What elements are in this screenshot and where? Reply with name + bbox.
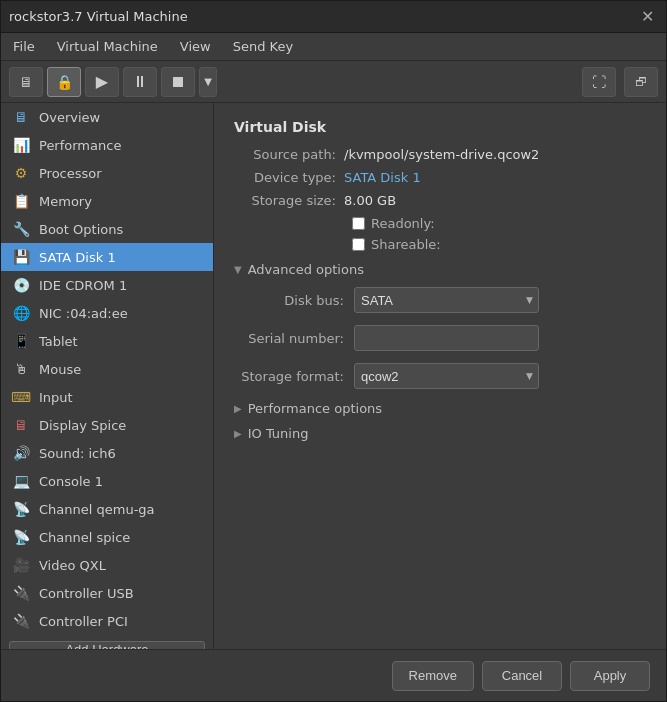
sidebar-label-overview: Overview: [39, 110, 100, 125]
sidebar-label-ide-cdrom-1: IDE CDROM 1: [39, 278, 127, 293]
sidebar-item-channel-qemu-ga[interactable]: 📡 Channel qemu-ga: [1, 495, 213, 523]
readonly-checkbox[interactable]: [352, 217, 365, 230]
sidebar-label-performance: Performance: [39, 138, 121, 153]
sidebar-item-tablet[interactable]: 📱 Tablet: [1, 327, 213, 355]
device-type-row: Device type: SATA Disk 1: [234, 170, 646, 185]
sidebar-label-channel-spice: Channel spice: [39, 530, 130, 545]
cancel-button[interactable]: Cancel: [482, 661, 562, 691]
sound-icon: 🔊: [11, 443, 31, 463]
sidebar: 🖥 Overview 📊 Performance ⚙ Processor 📋 M…: [1, 103, 214, 649]
menu-view[interactable]: View: [174, 37, 217, 56]
storage-format-select[interactable]: qcow2 raw vmdk: [354, 363, 539, 389]
add-hardware-button[interactable]: Add Hardware: [9, 641, 205, 649]
stop-icon: ⏹: [170, 72, 186, 91]
toolbar-play-button[interactable]: ▶: [85, 67, 119, 97]
toolbar-monitor-button[interactable]: 🖥: [9, 67, 43, 97]
video-qxl-icon: 🎥: [11, 555, 31, 575]
sidebar-label-controller-usb: Controller USB: [39, 586, 134, 601]
pause-icon: ⏸: [132, 72, 148, 91]
sidebar-label-controller-pci: Controller PCI: [39, 614, 128, 629]
console-icon: 💻: [11, 471, 31, 491]
sidebar-item-sound-ich6[interactable]: 🔊 Sound: ich6: [1, 439, 213, 467]
sidebar-item-nic[interactable]: 🌐 NIC :04:ad:ee: [1, 299, 213, 327]
sidebar-item-performance[interactable]: 📊 Performance: [1, 131, 213, 159]
io-tuning-section: ▶ IO Tuning: [234, 426, 646, 441]
menu-send-key[interactable]: Send Key: [227, 37, 299, 56]
disk-bus-label: Disk bus:: [234, 293, 354, 308]
sidebar-label-tablet: Tablet: [39, 334, 78, 349]
readonly-label-text: Readonly:: [371, 216, 435, 231]
footer: Remove Cancel Apply: [1, 649, 666, 701]
menu-virtual-machine[interactable]: Virtual Machine: [51, 37, 164, 56]
chevron-down-icon: ▼: [204, 76, 212, 87]
disk-bus-select[interactable]: SATA IDE VirtIO USB SD: [354, 287, 539, 313]
performance-options-section: ▶ Performance options: [234, 401, 646, 416]
serial-number-input[interactable]: [354, 325, 539, 351]
sidebar-label-nic: NIC :04:ad:ee: [39, 306, 128, 321]
io-tuning-header[interactable]: ▶ IO Tuning: [234, 426, 646, 441]
toolbar-pause-button[interactable]: ⏸: [123, 67, 157, 97]
overview-icon: 🖥: [11, 107, 31, 127]
fullscreen-icon: ⛶: [592, 74, 606, 90]
sidebar-item-sata-disk-1[interactable]: 💾 SATA Disk 1: [1, 243, 213, 271]
shareable-checkbox[interactable]: [352, 238, 365, 251]
play-icon: ▶: [96, 72, 108, 91]
toolbar-lock-button[interactable]: 🔒: [47, 67, 81, 97]
sidebar-label-display-spice: Display Spice: [39, 418, 126, 433]
sidebar-item-ide-cdrom-1[interactable]: 💿 IDE CDROM 1: [1, 271, 213, 299]
toolbar-stop-button[interactable]: ⏹: [161, 67, 195, 97]
sidebar-items: 🖥 Overview 📊 Performance ⚙ Processor 📋 M…: [1, 103, 213, 635]
nic-icon: 🌐: [11, 303, 31, 323]
device-type-label: Device type:: [234, 170, 344, 185]
advanced-options-label: Advanced options: [248, 262, 364, 277]
detail-title: Virtual Disk: [234, 119, 646, 135]
sidebar-item-overview[interactable]: 🖥 Overview: [1, 103, 213, 131]
disk-bus-row: Disk bus: SATA IDE VirtIO USB SD: [234, 287, 646, 313]
window-title: rockstor3.7 Virtual Machine: [9, 9, 188, 24]
sidebar-label-sata-disk-1: SATA Disk 1: [39, 250, 116, 265]
storage-format-label: Storage format:: [234, 369, 354, 384]
sidebar-item-display-spice[interactable]: 🖥 Display Spice: [1, 411, 213, 439]
sidebar-label-input: Input: [39, 390, 73, 405]
device-type-value[interactable]: SATA Disk 1: [344, 170, 421, 185]
advanced-options-header[interactable]: ▼ Advanced options: [234, 262, 646, 277]
close-button[interactable]: ✕: [637, 7, 658, 26]
readonly-row: Readonly:: [234, 216, 646, 231]
source-path-value: /kvmpool/system-drive.qcow2: [344, 147, 539, 162]
channel-spice-icon: 📡: [11, 527, 31, 547]
serial-number-label: Serial number:: [234, 331, 354, 346]
sidebar-label-console-1: Console 1: [39, 474, 103, 489]
sidebar-label-boot-options: Boot Options: [39, 222, 123, 237]
sidebar-label-video-qxl: Video QXL: [39, 558, 106, 573]
apply-button[interactable]: Apply: [570, 661, 650, 691]
advanced-options-arrow: ▼: [234, 264, 242, 275]
sidebar-item-processor[interactable]: ⚙ Processor: [1, 159, 213, 187]
sidebar-label-sound-ich6: Sound: ich6: [39, 446, 116, 461]
sidebar-item-memory[interactable]: 📋 Memory: [1, 187, 213, 215]
readonly-label[interactable]: Readonly:: [352, 216, 435, 231]
disk-bus-select-wrapper: SATA IDE VirtIO USB SD: [354, 287, 539, 313]
sidebar-item-controller-pci[interactable]: 🔌 Controller PCI: [1, 607, 213, 635]
input-icon: ⌨: [11, 387, 31, 407]
sidebar-item-channel-spice[interactable]: 📡 Channel spice: [1, 523, 213, 551]
sata-disk-icon: 💾: [11, 247, 31, 267]
menu-file[interactable]: File: [7, 37, 41, 56]
remove-button[interactable]: Remove: [392, 661, 474, 691]
toolbar-fullscreen-button[interactable]: ⛶: [582, 67, 616, 97]
display-spice-icon: 🖥: [11, 415, 31, 435]
sidebar-item-video-qxl[interactable]: 🎥 Video QXL: [1, 551, 213, 579]
shareable-label[interactable]: Shareable:: [352, 237, 441, 252]
sidebar-item-mouse[interactable]: 🖱 Mouse: [1, 355, 213, 383]
toolbar-dropdown-button[interactable]: ▼: [199, 67, 217, 97]
detail-panel: Virtual Disk Source path: /kvmpool/syste…: [214, 103, 666, 649]
sidebar-item-boot-options[interactable]: 🔧 Boot Options: [1, 215, 213, 243]
monitor-icon: 🖥: [19, 74, 33, 90]
performance-options-header[interactable]: ▶ Performance options: [234, 401, 646, 416]
toolbar-detach-button[interactable]: 🗗: [624, 67, 658, 97]
sidebar-item-input[interactable]: ⌨ Input: [1, 383, 213, 411]
toolbar: 🖥 🔒 ▶ ⏸ ⏹ ▼ ⛶ 🗗: [1, 61, 666, 103]
source-path-row: Source path: /kvmpool/system-drive.qcow2: [234, 147, 646, 162]
sidebar-item-controller-usb[interactable]: 🔌 Controller USB: [1, 579, 213, 607]
sidebar-item-console-1[interactable]: 💻 Console 1: [1, 467, 213, 495]
serial-number-row: Serial number:: [234, 325, 646, 351]
